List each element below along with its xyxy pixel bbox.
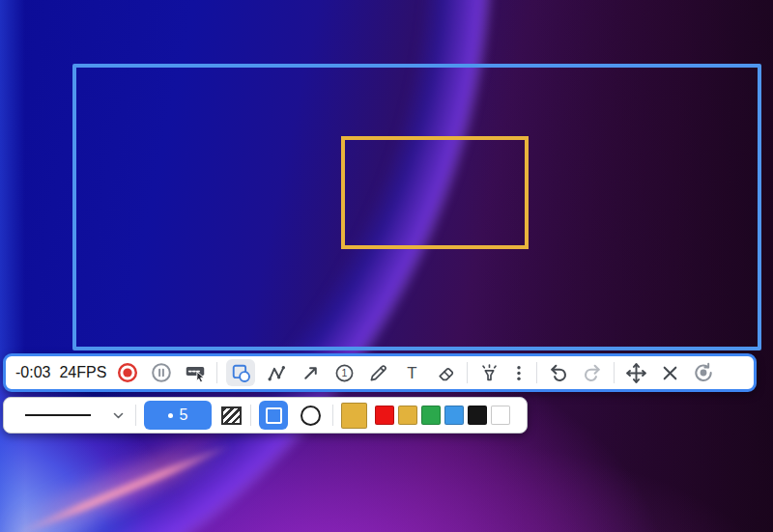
shapes-icon [231,363,251,383]
color-swatch-green[interactable] [421,406,441,425]
polyline-icon [267,363,287,383]
toolbar-separator [250,405,251,426]
kebab-menu-icon [510,363,528,383]
ellipse-shape-button[interactable] [296,401,325,430]
toolbar-separator [332,405,333,426]
thickness-button[interactable]: 5 [144,401,212,430]
hatch-pattern-icon [221,406,242,425]
record-button[interactable] [115,359,140,386]
move-icon [625,362,647,384]
rectangle-icon [266,407,282,424]
toolbar-separator [135,405,136,426]
style-toolbar: 5 [3,397,528,434]
svg-text:T: T [407,363,416,381]
toolbar-separator [536,362,537,383]
toolbar-separator [216,362,217,383]
move-toolbar-button[interactable] [623,359,648,386]
number-step-icon: 1 [334,363,355,383]
eraser-tool-button[interactable] [433,359,458,386]
arrow-tool-button[interactable] [298,359,323,386]
pause-icon [151,362,172,383]
color-swatch-black[interactable] [468,406,487,425]
pause-button[interactable] [149,359,174,386]
polyline-tool-button[interactable] [264,359,289,386]
pencil-tool-button[interactable] [365,359,390,386]
shapes-tool-button[interactable] [226,359,255,386]
pencil-icon [368,363,388,383]
record-icon [117,362,138,383]
recorder-toolbar: -0:03 24FPS [3,353,757,392]
restart-recording-icon [693,362,714,383]
toolbar-banner-cursor-icon [185,362,206,383]
color-swatch-blue[interactable] [444,406,464,425]
thickness-value: 5 [180,406,188,424]
chevron-down-icon [113,412,124,419]
color-swatch-white[interactable] [491,406,510,425]
desktop: -0:03 24FPS [0,0,773,532]
recording-timer: -0:03 [15,364,50,381]
line-style-dropdown[interactable] [15,402,128,429]
color-palette [375,406,510,425]
close-icon [660,363,680,383]
text-tool-button[interactable]: T [399,359,424,386]
fill-pattern-button[interactable] [219,404,243,427]
redo-icon [582,362,603,383]
fps-indicator: 24FPS [59,364,106,381]
undo-button[interactable] [546,359,571,386]
spotlight-icon [479,363,500,383]
toolbar-banner-button[interactable] [183,359,208,386]
rectangle-shape-button[interactable] [259,401,288,430]
close-button[interactable] [657,359,682,386]
restart-recording-button[interactable] [691,359,716,386]
current-color-swatch[interactable] [341,403,367,429]
svg-text:1: 1 [341,367,347,378]
thickness-dot-preview [168,413,173,418]
more-options-button[interactable] [510,359,528,386]
toolbar-separator [614,362,615,383]
drawn-rectangle-annotation [341,136,529,249]
undo-icon [548,362,569,383]
ellipse-icon [301,406,321,426]
number-step-tool-button[interactable]: 1 [331,359,357,386]
text-tool-icon: T [402,363,422,383]
color-swatch-red[interactable] [375,406,394,425]
spotlight-tool-button[interactable] [476,359,501,386]
redo-button[interactable] [580,359,605,386]
toolbar-separator [467,362,468,383]
color-swatch-yellow[interactable] [398,406,417,425]
arrow-icon [301,363,321,383]
line-style-sample [25,414,91,416]
eraser-icon [436,363,456,383]
